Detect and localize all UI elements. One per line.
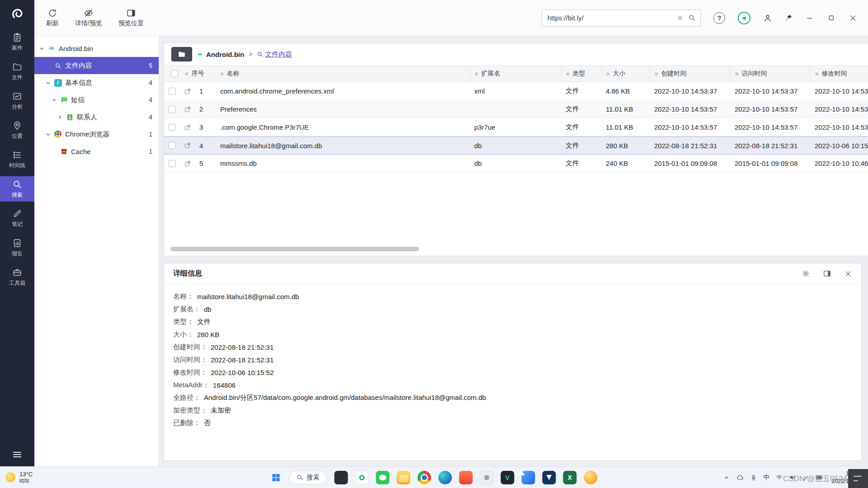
ime-indicator[interactable]: 中 bbox=[763, 474, 769, 482]
tree-item-chrome-browser[interactable]: Chrome浏览器 1 bbox=[34, 126, 159, 143]
sidebar-item-location[interactable]: 位置 bbox=[0, 117, 34, 143]
close-button[interactable] bbox=[849, 14, 857, 22]
preview-location-button[interactable]: 预览位置 bbox=[118, 8, 144, 28]
cell-name: mmssms.db bbox=[216, 160, 470, 167]
chevron-down-icon[interactable] bbox=[39, 46, 44, 51]
column-header-index[interactable]: ≡序号 bbox=[180, 66, 216, 82]
file-explorer-icon[interactable] bbox=[397, 471, 410, 484]
minimize-button[interactable] bbox=[806, 14, 814, 22]
tree-item-cache[interactable]: Cache 1 bbox=[34, 143, 159, 160]
column-header-type[interactable]: ≡类型 bbox=[561, 66, 601, 82]
table-row[interactable]: 1 com.android.chrome_preferences.xml xml… bbox=[164, 82, 868, 100]
chevron-down-icon[interactable] bbox=[45, 132, 51, 137]
chevron-right-icon[interactable] bbox=[57, 115, 62, 120]
select-all-checkbox[interactable] bbox=[171, 70, 178, 77]
user-icon[interactable] bbox=[763, 14, 772, 23]
table-row[interactable]: 3 .com.google.Chrome.P3r7UE p3r7ue 文件 11… bbox=[164, 118, 868, 136]
column-header-accessed[interactable]: ≡访问时间 bbox=[730, 66, 810, 82]
gear-icon[interactable] bbox=[802, 269, 810, 278]
row-checkbox[interactable] bbox=[169, 106, 176, 113]
game-app-icon[interactable] bbox=[584, 471, 598, 484]
detail-field-label: 修改时间： bbox=[173, 368, 207, 377]
sidebar-item-analysis[interactable]: 分析 bbox=[0, 88, 34, 113]
tree-item-sms[interactable]: 短信 4 bbox=[34, 91, 159, 108]
open-file-icon[interactable] bbox=[180, 160, 195, 167]
open-file-icon[interactable] bbox=[180, 88, 195, 95]
chevron-up-icon[interactable] bbox=[723, 474, 730, 481]
sidebar-item-report[interactable]: 报告 bbox=[0, 235, 34, 260]
microphone-icon[interactable] bbox=[750, 474, 757, 481]
column-header-ext[interactable]: ≡扩展名 bbox=[470, 66, 561, 82]
help-icon[interactable]: ? bbox=[713, 12, 725, 24]
edge-icon[interactable] bbox=[439, 471, 452, 484]
sidebar-item-notes[interactable]: 笔记 bbox=[0, 206, 34, 231]
sidebar-item-search[interactable]: 搜索 bbox=[0, 176, 34, 202]
wifi-icon[interactable] bbox=[775, 474, 783, 481]
column-header-modified[interactable]: ≡修改时间 bbox=[810, 66, 868, 82]
gray-app-icon[interactable] bbox=[480, 471, 494, 484]
tree-item-basic-info[interactable]: i 基本信息 4 bbox=[34, 74, 159, 91]
url-input[interactable] bbox=[547, 14, 672, 22]
titlebar-right: ? bbox=[542, 9, 868, 27]
v-app-icon[interactable] bbox=[501, 471, 514, 484]
table-row[interactable]: 5 mmssms.db db 文件 240 KB 2015-01-01 09:0… bbox=[164, 155, 868, 173]
wechat-icon[interactable] bbox=[376, 471, 390, 484]
detail-field-label: 访问时间： bbox=[173, 356, 207, 364]
photos-icon[interactable] bbox=[522, 471, 535, 484]
tree-item-file-content[interactable]: 文件内容 5 bbox=[34, 57, 159, 74]
open-file-icon[interactable] bbox=[180, 142, 195, 149]
magnifier-icon bbox=[54, 62, 62, 69]
sidebar-item-files[interactable]: 文件 bbox=[0, 59, 34, 84]
scan-badge-icon[interactable] bbox=[738, 12, 750, 24]
panel-right-icon[interactable] bbox=[823, 269, 831, 278]
url-bar[interactable] bbox=[542, 9, 701, 27]
chevron-down-icon[interactable] bbox=[51, 98, 57, 103]
detail-preview-button[interactable]: 详情/预览 bbox=[75, 8, 102, 28]
column-header-size[interactable]: ≡大小 bbox=[601, 66, 650, 82]
green-ring-app-icon[interactable] bbox=[355, 471, 369, 484]
maximize-button[interactable] bbox=[827, 14, 835, 22]
sidebar-item-timeline[interactable]: 时间线 bbox=[0, 147, 34, 172]
open-file-icon[interactable] bbox=[180, 106, 195, 113]
chevron-down-icon[interactable] bbox=[45, 80, 51, 85]
breadcrumb-current-link[interactable]: 文件内容 bbox=[257, 50, 292, 59]
column-header-created[interactable]: ≡创建时间 bbox=[650, 66, 730, 82]
table-row[interactable]: 2 Preferences 文件 11.01 KB 2022-10-10 14:… bbox=[164, 100, 868, 118]
row-checkbox[interactable] bbox=[169, 88, 176, 95]
horizontal-scrollbar[interactable] bbox=[170, 247, 862, 251]
row-checkbox[interactable] bbox=[169, 124, 176, 131]
navy-app-icon[interactable] bbox=[542, 471, 556, 484]
row-checkbox[interactable] bbox=[169, 160, 176, 167]
red-app-icon[interactable] bbox=[459, 471, 473, 484]
excel-icon[interactable] bbox=[563, 471, 577, 484]
cell-modified: 2022-10-10 10:46:08 bbox=[810, 160, 868, 167]
search-icon[interactable] bbox=[688, 14, 696, 22]
tree-item-contacts[interactable]: 联系人 4 bbox=[34, 108, 159, 126]
open-file-icon[interactable] bbox=[180, 124, 195, 131]
chrome-icon[interactable] bbox=[418, 471, 431, 484]
start-button[interactable] bbox=[271, 472, 282, 483]
clear-icon[interactable] bbox=[677, 14, 684, 21]
details-header: 详细信息 bbox=[164, 263, 861, 284]
sidebar-item-case[interactable]: 案件 bbox=[0, 29, 34, 55]
sidebar-item-toolbox[interactable]: 工具箱 bbox=[0, 264, 34, 290]
row-checkbox[interactable] bbox=[169, 142, 176, 149]
dark-app-icon[interactable] bbox=[335, 471, 348, 484]
refresh-button[interactable]: 刷新 bbox=[46, 8, 59, 28]
column-header-name[interactable]: ≡名称 bbox=[216, 66, 470, 82]
folder-view-button[interactable] bbox=[171, 47, 192, 61]
breadcrumb-root[interactable]: Android.bin bbox=[197, 51, 244, 58]
cell-name: com.android.chrome_preferences.xml bbox=[216, 87, 470, 95]
tree-item-label: Cache bbox=[71, 148, 90, 155]
close-icon[interactable] bbox=[844, 270, 852, 278]
cloud-icon[interactable] bbox=[736, 474, 744, 482]
pin-icon[interactable] bbox=[785, 14, 793, 22]
table-row[interactable]: 4 mailstore.litahui18@gmail.com.db db 文件… bbox=[164, 136, 868, 155]
detail-field: 名称： mailstore.litahui18@gmail.com.db bbox=[173, 290, 852, 303]
taskbar-search[interactable]: 搜索 bbox=[289, 471, 327, 484]
weather-widget[interactable]: 13°C 晴朗 bbox=[0, 471, 99, 484]
menu-hamburger-icon[interactable] bbox=[0, 449, 34, 460]
map-pin-icon bbox=[12, 121, 22, 131]
tree-item-android-bin[interactable]: Android.bin bbox=[34, 40, 159, 57]
scrollbar-thumb[interactable] bbox=[170, 247, 419, 251]
